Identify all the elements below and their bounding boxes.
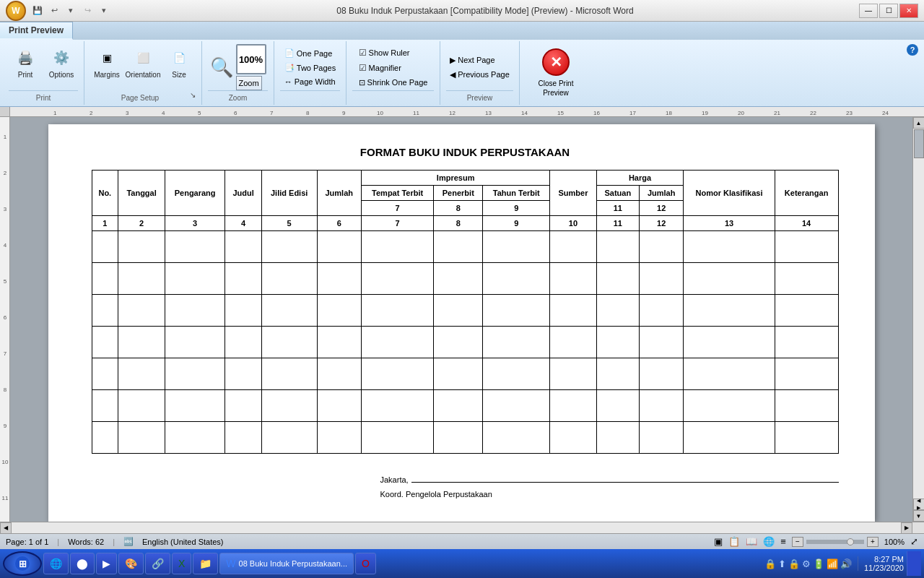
th-harga-jumlah: Jumlah [639,186,683,201]
next-page-button[interactable]: ▶ Next Page [446,53,513,67]
expand-icon[interactable]: ⤢ [910,536,918,547]
th-harga-satuan: Satuan [596,186,639,201]
table-row [92,390,838,422]
th-num-12b: 12 [639,216,683,231]
view-web-icon[interactable]: 🌐 [763,536,775,547]
maximize-button[interactable]: ☐ [879,4,898,18]
th-impresum: Impresum [361,171,549,186]
shrink-one-page-button[interactable]: ⊡ Shrink One Page [355,76,432,90]
taskbar-chrome-button[interactable]: ⬤ [70,553,95,574]
svg-text:12: 12 [449,110,456,116]
minimize-button[interactable]: — [859,4,878,18]
document-canvas: FORMAT BUKU INDUK PERPUSTAKAAN No. Tangg… [10,117,912,522]
ribbon-group-preview-options: Show Ruler Magnifier ⊡ Shrink One Page [346,41,440,105]
th-penerbit: Penerbit [434,186,483,201]
show-desktop-button[interactable] [907,551,921,576]
taskbar-network-button[interactable]: 🔗 [145,553,170,574]
zoom-decrease-button[interactable]: − [792,537,803,547]
word-icon: W [226,558,235,569]
taskbar-opera-button[interactable]: O [355,553,376,574]
size-button[interactable]: 📄 Size [162,44,196,81]
table-row [92,358,838,390]
save-button[interactable]: 💾 [30,4,45,18]
two-pages-icon: 📑 [284,63,295,72]
show-ruler-checkbox[interactable]: Show Ruler [355,46,432,60]
view-normal-icon[interactable]: ▣ [714,536,723,547]
print-button[interactable]: 🖨️ Print [9,44,42,81]
svg-text:17: 17 [629,110,636,116]
close-print-preview-button[interactable]: ✕ Close Print Preview [520,41,589,105]
taskbar-media-button[interactable]: ▶ [96,553,117,574]
folder-icon: 📁 [199,558,212,569]
tab-print-preview[interactable]: Print Preview [0,22,73,40]
zoom-magnifier-icon: 🔍 [210,56,233,79]
signature-title: Koord. Pengelola Perpustakaan [380,490,839,499]
spell-check-icon[interactable]: 🔤 [123,537,134,546]
ruler-container: 1 2 3 4 5 6 7 8 9 10 11 12 13 14 15 16 1… [0,107,924,117]
previous-page-icon: ◀ [450,70,456,79]
magnifier-checkbox[interactable]: Magnifier [355,61,432,75]
two-pages-button[interactable]: 📑 Two Pages [281,61,339,74]
shrink-icon: ⊡ [359,78,365,87]
options-button[interactable]: ⚙️ Options [45,44,78,81]
one-page-button[interactable]: 📄 One Page [281,46,339,60]
zoom-level-display[interactable]: 100% [236,44,266,74]
redo-button[interactable]: ↪ [80,4,95,18]
taskbar-word-button[interactable]: W 08 Buku Induk Perpustakaan... [219,553,354,574]
svg-text:19: 19 [702,110,708,116]
zoom-magnifier-button[interactable]: 🔍 [210,56,233,79]
office-button[interactable]: W [6,1,26,21]
taskbar-ie-button[interactable]: 🌐 [43,553,69,574]
th-num-9: 9 [483,201,550,216]
system-time: 8:27 PM 11/23/2020 [864,555,904,572]
undo-button[interactable]: ↩ [47,4,61,18]
view-layout-icon[interactable]: 📋 [728,536,740,547]
help-button[interactable]: ? [904,41,921,105]
svg-text:16: 16 [593,110,600,116]
scroll-track [913,129,925,499]
th-num-8: 8 [434,201,483,216]
taskbar-folder-button[interactable]: 📁 [193,553,218,574]
next-page-icon: ▶ [450,56,456,65]
horizontal-ruler: 1 2 3 4 5 6 7 8 9 10 11 12 13 14 15 16 1… [10,107,924,117]
th-num-8b: 8 [434,216,483,231]
svg-text:⊞: ⊞ [19,558,27,569]
h-scroll-right-button[interactable]: ▶ [901,522,912,534]
qa-dropdown[interactable]: ▾ [97,4,111,18]
th-num-6: 6 [317,216,361,231]
taskbar-excel-button[interactable]: X [172,553,191,574]
orientation-button[interactable]: ⬜ Orientation [126,44,160,81]
window-title: 08 Buku Induk Perpustakaan [Compatibilit… [111,6,859,16]
zoom-increase-button[interactable]: + [867,537,879,547]
scroll-prev-btn[interactable]: ◀ [917,498,920,504]
zoom-slider-thumb[interactable] [847,538,854,545]
page-setup-expand[interactable]: ↘ [190,91,196,102]
system-tray: 🔒 ⬆ 🔒 ⚙ 🔋 📶 🔊 8:27 PM 11/23/2020 [764,551,921,576]
svg-text:1: 1 [4,134,7,140]
page-width-button[interactable]: ↔ Page Width [281,75,339,88]
view-outline-icon[interactable]: ≡ [780,536,786,547]
window-controls: — ☐ ✕ [859,4,918,18]
zoom-slider[interactable] [806,540,864,544]
language-status: English (United States) [142,538,224,546]
taskbar-paint-button[interactable]: 🎨 [118,553,144,574]
previous-page-button[interactable]: ◀ Previous Page [446,68,513,82]
start-button[interactable]: ⊞ [3,551,42,576]
undo-dropdown[interactable]: ▾ [64,4,78,18]
ribbon-content: 🖨️ Print ⚙️ Options Print ▣ Margins [0,40,924,107]
svg-text:22: 22 [810,110,816,116]
svg-text:14: 14 [521,110,528,116]
close-button[interactable]: ✕ [899,4,918,18]
margins-button[interactable]: ▣ Margins [90,44,123,81]
scroll-down-button[interactable]: ▼ [913,510,925,522]
size-icon: 📄 [167,46,191,69]
quick-access-toolbar: 💾 ↩ ▾ ↪ ▾ [30,4,111,18]
network-icon: 🔗 [152,558,164,569]
scroll-up-button[interactable]: ▲ [913,117,925,129]
svg-text:23: 23 [846,110,853,116]
svg-text:8: 8 [306,110,310,116]
scroll-thumb[interactable] [914,129,924,158]
h-scroll-left-button[interactable]: ◀ [0,522,12,534]
view-read-icon[interactable]: 📖 [746,536,757,547]
zoom-button[interactable]: Zoom [236,76,262,90]
